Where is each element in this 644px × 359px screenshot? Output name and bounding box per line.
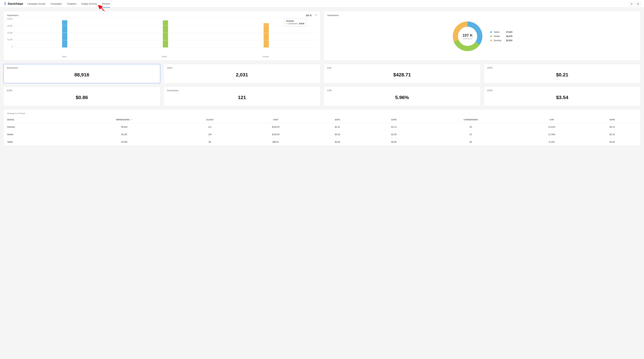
donut-center: 107 K Impressions xyxy=(462,33,473,40)
metric-card-ecpc[interactable]: eCPC $0.21 xyxy=(484,64,641,83)
table-row[interactable]: Mobile36,287134$145.50$3.93$3.352512.30%… xyxy=(4,131,640,138)
table-row[interactable]: Desktop36,944111$149.93$2.41$1.143013.41… xyxy=(4,123,640,131)
cell: 9.24% xyxy=(519,138,584,146)
column-header-clicks[interactable]: CLICKS xyxy=(177,116,242,123)
metric-card-cvr[interactable]: CVR 5.96% xyxy=(324,87,480,106)
metric-card-impressions[interactable]: Impressions 88,916 xyxy=(4,64,160,83)
column-header-cvr[interactable]: CVR xyxy=(519,116,584,123)
nav-item-campaigns[interactable]: Campaigns xyxy=(50,0,62,8)
legend-item-mobile[interactable]: Mobile 36,678 xyxy=(490,35,512,38)
metrics-row-2: eCPE $0.86Conversions 121CVR 5.96%eCPA $… xyxy=(4,87,640,106)
metric-label: Impressions xyxy=(7,67,157,69)
column-header-ecpe[interactable]: ECPE xyxy=(366,116,422,123)
legend-dot-icon xyxy=(490,31,492,33)
cell: $3.35 xyxy=(366,131,422,138)
bar-tablet[interactable] xyxy=(62,20,67,48)
legend-label: Tablet xyxy=(494,31,504,33)
cell: $149.93 xyxy=(242,123,309,131)
column-header-ecpc[interactable]: ECPC xyxy=(309,116,366,123)
top-charts: Impressions 107 K ••• Desktop Impression… xyxy=(4,11,640,61)
tooltip-category: Desktop xyxy=(286,20,304,22)
legend-label: Desktop xyxy=(494,39,504,42)
metric-value: $428.71 xyxy=(393,72,411,78)
donut-center-sub: Impressions xyxy=(462,38,473,40)
metric-label: Conversions xyxy=(167,89,317,92)
cell: $58.91 xyxy=(242,138,309,146)
legend-item-tablet[interactable]: Tablet 37,023 xyxy=(490,31,512,33)
cell: $3.93 xyxy=(309,131,366,138)
cell: 25 xyxy=(422,131,519,138)
donut-chart: 107 K Impressions Tablet 37,023 Mobile 3… xyxy=(328,18,637,55)
impressions-donut-card: Impressions 107 K Impressions Tablet 37,… xyxy=(324,11,640,61)
metric-value: 2,031 xyxy=(236,72,248,78)
cell: Desktop xyxy=(4,123,71,131)
device-table: DEVICEIMPRESSIONS▼CLICKSCOSTECPCECPECONV… xyxy=(4,116,640,146)
cell: $4.60 xyxy=(309,138,366,146)
table-meta: Showing 3 of 3 Rows xyxy=(4,112,640,116)
metric-card-ecpe[interactable]: eCPE $0.86 xyxy=(4,87,160,106)
metric-card-cost[interactable]: Cost $428.71 xyxy=(324,64,480,83)
legend-value: 37,023 xyxy=(506,31,512,33)
nav-item-creatives[interactable]: Creatives xyxy=(67,0,76,8)
cell: 30 xyxy=(422,123,519,131)
brand-name: StackAdapt xyxy=(8,2,23,6)
brand: StackAdapt xyxy=(4,2,23,6)
tooltip-value: 32,910 xyxy=(299,23,304,25)
metric-card-ecpa[interactable]: eCPA $3.54 xyxy=(484,87,641,106)
legend-dot-icon xyxy=(490,36,492,37)
share-button[interactable] xyxy=(635,2,640,6)
column-header-impressions[interactable]: IMPRESSIONS▼ xyxy=(71,116,177,123)
legend-dot-icon xyxy=(490,40,492,41)
column-header-cost[interactable]: COST xyxy=(242,116,309,123)
cell: 36,287 xyxy=(71,131,177,138)
column-header-device[interactable]: DEVICE xyxy=(4,116,71,123)
cell: $3.23 xyxy=(584,123,640,131)
metric-card-clicks[interactable]: Clicks 2,031 xyxy=(164,64,320,83)
metric-value: $0.86 xyxy=(76,95,88,100)
table-header-row: DEVICEIMPRESSIONS▼CLICKSCOSTECPCECPECONV… xyxy=(4,116,640,123)
bar-chart: 40,00030,00020,00010,0000 xyxy=(7,18,316,55)
card-menu-button[interactable]: ••• xyxy=(314,14,317,16)
column-header-conversions[interactable]: CONVERSIONS xyxy=(422,116,519,123)
tooltip-metric: Impressions xyxy=(288,23,298,25)
metrics-row-1: Impressions 88,916Clicks 2,031Cost $428.… xyxy=(4,64,640,83)
impressions-bar-card: Impressions 107 K ••• Desktop Impression… xyxy=(4,11,320,61)
legend-value: 36,678 xyxy=(506,35,512,38)
bar-y-axis: 40,00030,00020,00010,0000 xyxy=(7,18,14,48)
legend-item-desktop[interactable]: Desktop 32,910 xyxy=(490,39,512,42)
page: Impressions 107 K ••• Desktop Impression… xyxy=(0,8,644,150)
metric-label: eCPE xyxy=(7,89,157,92)
cell: 88 xyxy=(177,138,242,146)
bar-mobile[interactable] xyxy=(163,21,168,48)
metric-label: Clicks xyxy=(167,67,317,69)
cell: 12.30% xyxy=(519,131,584,138)
column-header-ecpa[interactable]: ECPA xyxy=(584,116,640,123)
table-row[interactable]: Tablet33,45088$58.91$4.60$0.95469.24%$3.… xyxy=(4,138,640,146)
nav-item-campaign-groups[interactable]: Campaign Groups xyxy=(27,0,46,8)
cell: Tablet xyxy=(4,138,71,146)
table-body: Desktop36,944111$149.93$2.41$1.143013.41… xyxy=(4,123,640,146)
cell: $1.14 xyxy=(366,123,422,131)
metric-value: 121 xyxy=(238,95,246,100)
brand-logo-icon xyxy=(4,2,6,6)
cell: $0.95 xyxy=(366,138,422,146)
chart-tooltip: Desktop Impressions 32,910 xyxy=(284,18,306,26)
bar-desktop[interactable] xyxy=(264,23,269,48)
bar-x-axis: TabletMobileDesktop xyxy=(14,56,316,58)
cell: 13.41% xyxy=(519,123,584,131)
cell: $1.53 xyxy=(584,131,640,138)
nav-item-supply-sources[interactable]: Supply Sources xyxy=(81,0,97,8)
tooltip-dot xyxy=(286,23,288,24)
metric-label: Cost xyxy=(327,67,477,69)
cell: 46 xyxy=(422,138,519,146)
metric-card-conversions[interactable]: Conversions 121 xyxy=(164,87,320,106)
sort-indicator-icon: ▼ xyxy=(131,119,132,121)
settings-columns-button[interactable] xyxy=(629,2,634,6)
donut-center-value: 107 K xyxy=(462,33,473,38)
cell: Mobile xyxy=(4,131,71,138)
header-actions xyxy=(629,2,640,6)
device-table-card: Showing 3 of 3 Rows DEVICEIMPRESSIONS▼CL… xyxy=(4,109,640,146)
cell: 111 xyxy=(177,123,242,131)
metric-value: 88,916 xyxy=(74,72,89,78)
cell: 36,944 xyxy=(71,123,177,131)
